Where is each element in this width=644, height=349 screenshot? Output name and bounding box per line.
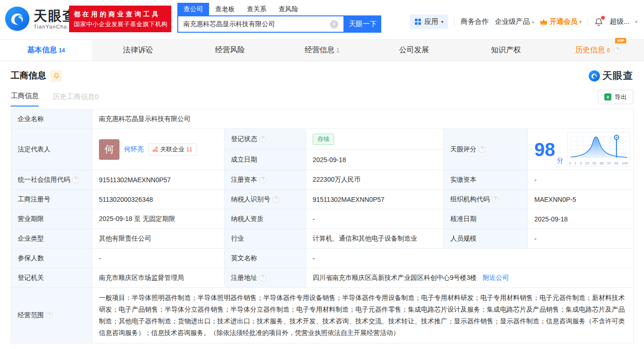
status-badge: 存续 bbox=[313, 134, 334, 145]
banner-line2: 国家中小企业发展子基金旗下机构 bbox=[74, 19, 167, 29]
field-label-business-term: 营业期限 bbox=[11, 209, 92, 229]
tianyancha-logo-icon bbox=[5, 6, 30, 31]
tianyancha-logo-icon bbox=[588, 70, 600, 82]
field-value-registered-address: 四川省南充市顺庆区高新技术产业园区科创中心9号楼3楼 附近公司 bbox=[306, 268, 634, 288]
field-value-paid-capital: - bbox=[528, 170, 634, 190]
divider bbox=[454, 18, 455, 26]
search-input[interactable]: 南充惠科芯晶显示科技有限公司 ✕ bbox=[177, 15, 344, 33]
nav-account-label: 超级... bbox=[609, 17, 630, 26]
avatar[interactable]: 何 bbox=[99, 139, 119, 160]
score-curve bbox=[569, 134, 628, 160]
legal-rep-link[interactable]: 何怀亮 bbox=[124, 145, 144, 154]
tab-label: 经营风险 bbox=[215, 45, 245, 55]
subtab-business-info[interactable]: 工商信息 bbox=[11, 92, 39, 107]
promo-banner: 都在用的商业查询工具 国家中小企业发展子基金旗下机构 bbox=[69, 6, 171, 32]
nav-enterprise-label: 企业级产品 bbox=[495, 17, 530, 25]
apps-menu[interactable]: 应用 ▾ bbox=[410, 14, 448, 29]
tab-intellectual-property[interactable]: 知识产权 bbox=[460, 40, 552, 61]
field-value-approve-date: 2025-09-18 bbox=[528, 209, 634, 229]
chevron-down-icon: ▾ bbox=[579, 19, 581, 24]
nav-cooperation[interactable]: 商务合作 bbox=[461, 17, 489, 26]
help-icon[interactable]: ? bbox=[273, 196, 279, 203]
tab-operation-risk[interactable]: 经营风险 bbox=[184, 40, 276, 61]
table-row: 企业名称 南充惠科芯晶显示科技有限公司 bbox=[11, 109, 634, 129]
tab-label: 基本信息 bbox=[27, 45, 57, 55]
help-icon[interactable]: ? bbox=[492, 196, 498, 203]
table-row: 工商注册号 511302000326348 纳税人识别号? 91511302MA… bbox=[11, 190, 634, 209]
field-label-establish-date: 成立日期 bbox=[224, 150, 306, 170]
field-label-business-scope: 经营范围? bbox=[11, 288, 92, 343]
search-tab-boss[interactable]: 查老板 bbox=[209, 3, 241, 15]
field-label-registration-authority: 登记机关 bbox=[11, 268, 92, 288]
field-value-reg-no: 511302000326348 bbox=[92, 190, 224, 209]
related-count: 11 bbox=[186, 146, 193, 153]
search-tab-company[interactable]: 查公司 bbox=[177, 3, 209, 15]
help-icon[interactable]: ? bbox=[46, 312, 53, 319]
field-label-uscc: 统一社会信用代码? bbox=[11, 170, 92, 190]
field-value-staff-size: - bbox=[528, 229, 634, 249]
header-nav: 应用 ▾ 商务合作 企业级产品 ▾ 开通会员 ▾ 超级... ▾ bbox=[410, 14, 637, 29]
nav-enterprise[interactable]: 企业级产品 ▾ bbox=[495, 17, 534, 26]
field-label-reg-no: 工商注册号 bbox=[11, 190, 92, 209]
search-button[interactable]: 天眼一下 bbox=[344, 15, 381, 33]
export-button[interactable]: X 导出 bbox=[598, 90, 633, 104]
tab-history-info[interactable]: 历史信息 6 ? VIP bbox=[552, 40, 644, 61]
nav-vip-upgrade[interactable]: 开通会员 ▾ bbox=[540, 17, 581, 26]
tab-basic-info[interactable]: 基本信息14 bbox=[0, 40, 92, 61]
label-text: 注册地址 bbox=[231, 274, 257, 282]
field-value-company-type: 其他有限责任公司 bbox=[92, 229, 224, 249]
table-row: 参保人数 - 英文名称 - bbox=[11, 249, 634, 268]
search-tab-risk[interactable]: 查风险 bbox=[273, 3, 304, 15]
notification-dot bbox=[601, 16, 605, 20]
field-value-tyc-score: 98 分 bbox=[528, 129, 634, 170]
help-icon[interactable]: ? bbox=[614, 47, 621, 54]
company-page-tabs: 基本信息14 法律诉讼 经营风险 经营信息1 公司发展 知识产权 历史信息 6 … bbox=[0, 39, 644, 61]
help-icon[interactable]: ? bbox=[479, 146, 485, 153]
subscribe-bell-button[interactable] bbox=[50, 70, 62, 82]
field-value-uscc: 91511302MAEXNN0P57 bbox=[92, 170, 224, 190]
nav-account[interactable]: 超级... ▾ bbox=[609, 17, 637, 26]
field-value-business-term: 2025-09-18 至 无固定期限 bbox=[92, 209, 224, 229]
label-text: 纳税人识别号 bbox=[231, 195, 270, 204]
crown-icon bbox=[540, 19, 547, 25]
watermark-logo: 天眼查 bbox=[588, 69, 633, 82]
field-value-legal-rep: 何 何怀亮 关联企业 11 bbox=[92, 129, 224, 170]
subtab-history-business-info[interactable]: 历史工商信息0 bbox=[53, 93, 98, 107]
watermark-text: 天眼查 bbox=[602, 69, 633, 82]
label-text: 经营范围 bbox=[18, 311, 44, 320]
table-row: 统一社会信用代码? 91511302MAEXNN0P57 注册资本? 22230… bbox=[11, 170, 634, 190]
apps-label: 应用 bbox=[424, 17, 438, 26]
label-text: 注册资本 bbox=[231, 176, 257, 184]
help-icon[interactable]: ? bbox=[259, 136, 266, 142]
address-text: 四川省南充市顺庆区高新技术产业园区科创中心9号楼3楼 bbox=[313, 274, 477, 281]
help-icon[interactable]: ? bbox=[259, 275, 266, 281]
help-icon[interactable]: ? bbox=[259, 177, 266, 183]
table-row: 企业类型 其他有限责任公司 行业 计算机、通信和其他电子设备制造业 人员规模 - bbox=[11, 229, 634, 249]
tab-count: 1 bbox=[336, 47, 340, 54]
tab-legal-proceedings[interactable]: 法律诉讼 bbox=[92, 40, 184, 61]
field-label-approve-date: 核准日期 bbox=[444, 209, 528, 229]
field-value-establish-date: 2025-09-18 bbox=[306, 150, 444, 170]
search-tab-relation[interactable]: 查关系 bbox=[241, 3, 273, 15]
notifications-bell[interactable] bbox=[594, 17, 603, 27]
tab-operation-info[interactable]: 经营信息1 bbox=[276, 40, 368, 61]
score-distribution-chart: 01 315 5085 9799 100 bbox=[567, 132, 630, 167]
clear-search-icon[interactable]: ✕ bbox=[330, 20, 338, 28]
related-companies-badge[interactable]: 关联企业 11 bbox=[148, 143, 196, 156]
tab-count: 14 bbox=[59, 47, 65, 54]
tab-label: 公司发展 bbox=[399, 45, 429, 55]
related-label: 关联企业 bbox=[160, 145, 184, 154]
excel-icon: X bbox=[604, 93, 611, 100]
field-value-business-scope: 一般项目：半导体照明器件制造；半导体照明器件销售；半导体器件专用设备销售；半导体… bbox=[92, 288, 634, 343]
field-label-taxpayer-id: 纳税人识别号? bbox=[224, 190, 306, 209]
field-label-org-code: 组织机构代码? bbox=[444, 190, 528, 209]
help-icon[interactable]: ? bbox=[72, 177, 79, 183]
nearby-companies-link[interactable]: 附近公司 bbox=[483, 274, 509, 281]
field-value-org-code: MAEXNN0P-5 bbox=[528, 190, 634, 209]
field-label-paid-capital: 实缴资本 bbox=[444, 170, 528, 190]
tab-company-development[interactable]: 公司发展 bbox=[368, 40, 460, 61]
table-row: 经营范围? 一般项目：半导体照明器件制造；半导体照明器件销售；半导体器件专用设备… bbox=[11, 288, 634, 343]
vip-badge: VIP bbox=[615, 38, 627, 43]
bell-icon bbox=[53, 72, 60, 79]
divider bbox=[588, 18, 588, 26]
